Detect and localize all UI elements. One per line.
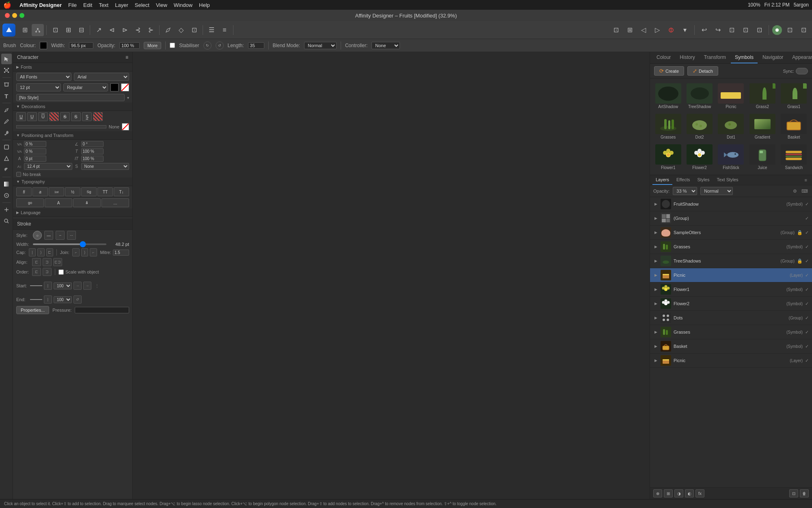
symbol-treeshadow[interactable]: TreeShadow (685, 82, 714, 111)
layer-vis-dots[interactable]: ✓ (805, 315, 809, 321)
underline-color[interactable] (122, 123, 129, 130)
typo-accent[interactable]: a̋ (73, 198, 101, 207)
layers-icon-1[interactable]: ⚙ (791, 187, 799, 195)
join-bevel[interactable]: ⌐ (90, 248, 97, 256)
order-front[interactable]: ⊐ (43, 268, 52, 276)
tab-colour[interactable]: Colour (652, 52, 675, 63)
create-symbol-button[interactable]: ⟳ Create (654, 66, 684, 76)
controller-select[interactable]: None (371, 42, 400, 49)
toolbar-crop[interactable]: ⊡ (188, 24, 200, 36)
stabiliser-reset[interactable]: ↺ (216, 41, 224, 50)
font-family-select[interactable]: Arial (74, 73, 129, 81)
layer-expand-grasses-2[interactable]: ▶ (653, 330, 658, 334)
detach-symbol-button[interactable]: ⤢ Detach (687, 66, 718, 76)
scale-with-object[interactable] (58, 269, 64, 275)
layer-treeshadows[interactable]: ▶ TreeShadows (Group) 🔒 ✓ (650, 254, 812, 268)
layer-picnic-2[interactable]: ▶ Picnic (Layer) ✓ (650, 354, 812, 368)
layer-expand-dots[interactable]: ▶ (653, 315, 658, 320)
pos-select-2[interactable]: None (81, 163, 130, 170)
toolbar-history-back[interactable]: ↩ (698, 24, 710, 36)
toolbar-grid[interactable]: ⊞ (62, 24, 74, 36)
pos-input-3[interactable] (24, 148, 46, 154)
symbol-picnic[interactable]: Picnic (716, 82, 746, 111)
menu-select[interactable]: Select (135, 2, 149, 8)
typo-sg[interactable]: Sg (81, 187, 97, 196)
layer-duplicate[interactable]: ⊡ (789, 489, 798, 497)
tab-navigator[interactable]: Navigator (758, 52, 787, 63)
symbol-flower1[interactable]: Flower1 (653, 143, 683, 172)
toolbar-distribute-2[interactable]: ⊱ (145, 24, 157, 36)
pos-input-6[interactable] (81, 156, 104, 162)
layer-delete[interactable]: 🗑 (800, 489, 809, 497)
cap-butt[interactable]: | (29, 248, 36, 256)
symbol-dot2[interactable]: Dot2 (685, 112, 714, 141)
layer-vis-grasses-1[interactable]: ✓ (805, 244, 809, 250)
layer-expand-sampleotters[interactable]: ▶ (653, 230, 658, 235)
tool-node[interactable] (1, 65, 12, 76)
typo-ord[interactable]: 1st (49, 187, 64, 196)
sync-toggle[interactable] (796, 68, 808, 74)
typography-section[interactable]: ▼ Typography (13, 178, 132, 186)
stroke-style-dotted[interactable]: ⋯ (67, 231, 76, 240)
maximize-button[interactable] (19, 13, 24, 18)
pos-select-1[interactable]: 12.4 pt (24, 163, 72, 170)
toolbar-ungroup[interactable]: ≡ (218, 24, 231, 36)
align-inside[interactable]: ⊏ (32, 258, 41, 266)
font-size-select[interactable]: 12 pt (16, 83, 61, 91)
typo-t-down[interactable]: T↓ (114, 187, 129, 196)
layer-expand-fruitshadow[interactable]: ▶ (653, 202, 658, 206)
deco-striked-2[interactable] (93, 112, 103, 121)
positioning-section[interactable]: ▼ Positioning and Transform (13, 131, 132, 140)
stabiliser-checkbox[interactable] (170, 43, 175, 48)
tool-gradient[interactable] (1, 179, 12, 189)
layer-vis-sampleotters[interactable]: ✓ (805, 230, 809, 235)
more-button[interactable]: More (144, 42, 161, 49)
join-miter[interactable]: ⌐ (72, 248, 79, 256)
opacity-select[interactable]: 33 % (673, 187, 697, 195)
toolbar-right-4[interactable]: ▷ (651, 24, 663, 36)
layer-picnic-1[interactable]: ▶ Picnic (Layer) ✓ (650, 268, 812, 282)
toolbar-right-1[interactable]: ⊡ (610, 24, 622, 36)
menu-edit[interactable]: Edit (83, 2, 92, 8)
symbol-grass2[interactable]: Grass2 (747, 82, 777, 111)
symbol-gradient[interactable]: Gradient (747, 112, 777, 141)
start-drag-handle[interactable]: ⋮ (93, 278, 101, 294)
layer-mask[interactable]: ◑ (674, 489, 683, 497)
layer-expand-picnic-2[interactable]: ▶ (653, 358, 658, 363)
typo-fi[interactable]: fi (16, 187, 32, 196)
layer-lock-sampleotters[interactable]: 🔒 (797, 230, 803, 235)
cap-square[interactable]: ⊏ (46, 248, 53, 256)
symbol-artshadow[interactable]: ArtShadow (653, 82, 683, 111)
layer-group-1[interactable]: ▶ (Group) ✓ (650, 211, 812, 226)
tool-pen[interactable] (1, 105, 12, 115)
menu-file[interactable]: File (68, 2, 77, 8)
pos-input-5[interactable] (24, 156, 46, 162)
layer-fx[interactable]: fx (695, 489, 704, 497)
tab-symbols[interactable]: Symbols (731, 52, 758, 63)
toolbar-align-right[interactable]: ⊳ (119, 24, 131, 36)
toolbar-view-mode[interactable] (772, 25, 782, 35)
layer-sampleotters[interactable]: ▶ SampleOtters (Group) 🔒 ✓ (650, 226, 812, 240)
layer-vis-group-1[interactable]: ✓ (805, 216, 809, 221)
cap-round[interactable]: ) (37, 248, 44, 256)
menu-layer[interactable]: Layer (115, 2, 128, 8)
layer-flower2[interactable]: ▶ Flower2 (Symbol) ✓ (650, 297, 812, 311)
tab-transform[interactable]: Transform (700, 52, 730, 63)
layer-grasses-1[interactable]: ▶ Grasses (Symbol) ✓ (650, 240, 812, 254)
mitre-value[interactable] (113, 250, 129, 256)
tab-history[interactable]: History (676, 52, 699, 63)
length-input[interactable] (248, 42, 264, 49)
layer-expand-picnic-1[interactable]: ▶ (653, 273, 658, 278)
minimize-button[interactable] (12, 13, 17, 18)
tab-appearance[interactable]: Appearance (788, 52, 812, 63)
toolbar-group[interactable]: ☰ (205, 24, 218, 36)
start-arrow-2[interactable]: → (83, 282, 91, 290)
close-button[interactable] (5, 13, 10, 18)
toolbar-right-dropdown[interactable]: ▾ (679, 24, 691, 36)
menu-help[interactable]: Help (199, 2, 210, 8)
start-btn-1[interactable]: | (44, 282, 52, 290)
stroke-section-header[interactable]: Stroke (13, 219, 132, 230)
end-reset[interactable]: ↺ (73, 295, 82, 304)
layer-expand-flower2[interactable]: ▶ (653, 301, 658, 306)
toolbar-copy-style[interactable]: ⊡ (726, 24, 738, 36)
